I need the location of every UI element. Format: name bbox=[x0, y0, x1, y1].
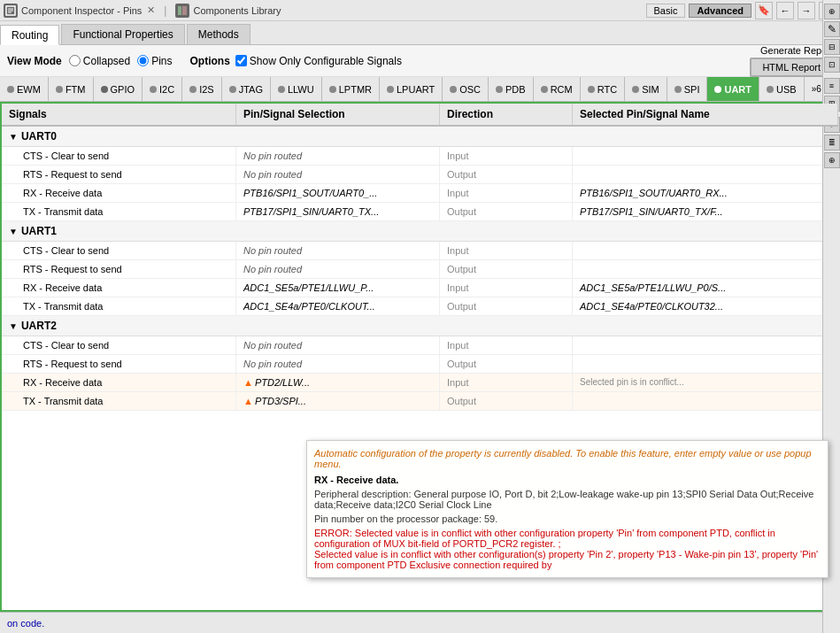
signal-tab-rcm[interactable]: RCM bbox=[534, 77, 581, 102]
pin-cts1[interactable]: No pin routed bbox=[236, 242, 440, 259]
bookmark-button[interactable]: 🔖 bbox=[755, 2, 773, 19]
table-row: TX - Transmit data PTB17/SPI1_SIN/UART0_… bbox=[2, 203, 838, 221]
signal-tab-ewm[interactable]: EWM bbox=[0, 77, 49, 102]
pins-radio[interactable]: Pins bbox=[137, 55, 172, 67]
sel-tx0: PTB17/SPI1_SIN/UART0_TX/F... bbox=[573, 203, 838, 220]
table-row: RTS - Request to send No pin routed Outp… bbox=[2, 260, 838, 279]
lib-title: Components Library bbox=[193, 5, 281, 16]
signal-tab-lpuart[interactable]: LPUART bbox=[380, 77, 443, 102]
sidebar-btn-3[interactable]: ⊟ bbox=[824, 39, 840, 55]
signal-rts1: RTS - Request to send bbox=[2, 260, 236, 278]
signal-tab-ftm[interactable]: FTM bbox=[49, 77, 94, 102]
sel-tx1: ADC1_SE4a/PTE0/CLKOUT32... bbox=[573, 297, 838, 315]
table-header: Signals Pin/Signal Selection Direction S… bbox=[2, 104, 838, 127]
tab-bar: Routing Functional Properties Methods bbox=[0, 21, 840, 45]
dir-rts2: Output bbox=[440, 355, 573, 373]
sel-cts0 bbox=[573, 147, 838, 165]
tab-functional-properties[interactable]: Functional Properties bbox=[61, 24, 184, 44]
sel-rts0 bbox=[573, 166, 838, 183]
sel-tx2 bbox=[573, 392, 838, 410]
title-bar: Component Inspector - Pins ✕ | Component… bbox=[0, 0, 840, 21]
sel-rts2 bbox=[573, 355, 838, 373]
pin-cts0[interactable]: No pin routed bbox=[236, 147, 440, 165]
signal-tab-osc[interactable]: OSC bbox=[443, 77, 489, 102]
pin-rx1[interactable]: ADC1_SE5a/PTE1/LLWU_P... bbox=[236, 279, 440, 297]
dir-cts1: Input bbox=[440, 242, 573, 259]
title-close[interactable]: ✕ bbox=[147, 4, 155, 16]
signal-tab-usb[interactable]: USB bbox=[759, 77, 805, 102]
tab-methods[interactable]: Methods bbox=[187, 24, 250, 44]
signal-tab-i2c[interactable]: I2C bbox=[143, 77, 182, 102]
table-row: CTS - Clear to send No pin routed Input bbox=[2, 147, 838, 166]
table-row: TX - Transmit data ▲ PTD3/SPI... Output bbox=[2, 392, 838, 411]
pin-rts1[interactable]: No pin routed bbox=[236, 260, 440, 278]
signal-rx0: RX - Receive data bbox=[2, 184, 236, 202]
signal-tab-pdb[interactable]: PDB bbox=[489, 77, 534, 102]
back-button[interactable]: ← bbox=[776, 2, 794, 19]
signal-tab-i2s[interactable]: I2S bbox=[182, 77, 222, 102]
sel-rts1 bbox=[573, 260, 838, 278]
signal-tx0: TX - Transmit data bbox=[2, 203, 236, 220]
col-selected-name: Selected Pin/Signal Name bbox=[573, 104, 838, 125]
sidebar-btn-9[interactable]: ⊕ bbox=[824, 152, 840, 168]
col-signals: Signals bbox=[2, 104, 236, 125]
sel-rx0: PTB16/SPI1_SOUT/UART0_RX... bbox=[573, 184, 838, 202]
signal-tab-gpio[interactable]: GPIO bbox=[94, 77, 143, 102]
dir-tx0: Output bbox=[440, 203, 573, 220]
table-row: RX - Receive data ▲ PTD2/LLW... Input Se… bbox=[2, 374, 838, 392]
signal-rts2: RTS - Request to send bbox=[2, 355, 236, 373]
pin-rts2[interactable]: No pin routed bbox=[236, 355, 440, 373]
signal-tx1: TX - Transmit data bbox=[2, 297, 236, 315]
basic-button[interactable]: Basic bbox=[646, 4, 686, 18]
uart0-arrow: ▼ bbox=[9, 132, 18, 142]
pin-tx0[interactable]: PTB17/SPI1_SIN/UART0_TX... bbox=[236, 203, 440, 220]
sidebar-btn-2[interactable]: ✎ bbox=[824, 21, 840, 37]
pin-rts0[interactable]: No pin routed bbox=[236, 166, 440, 183]
pin-cts2[interactable]: No pin routed bbox=[236, 336, 440, 354]
warning-icon: ▲ bbox=[243, 377, 253, 388]
signal-tab-rtc[interactable]: RTC bbox=[581, 77, 625, 102]
sel-cts1 bbox=[573, 242, 838, 259]
col-pin-selection: Pin/Signal Selection bbox=[236, 104, 440, 125]
tab-routing[interactable]: Routing bbox=[0, 25, 59, 45]
col-direction: Direction bbox=[440, 104, 573, 125]
dir-rx0: Input bbox=[440, 184, 573, 202]
signal-tab-sim[interactable]: SIM bbox=[625, 77, 667, 102]
sidebar-btn-5[interactable]: ≡ bbox=[824, 78, 840, 94]
pin-rx0[interactable]: PTB16/SPI1_SOUT/UART0_... bbox=[236, 184, 440, 202]
generate-report-section: Generate Report HTML Report bbox=[750, 45, 833, 77]
dir-rx1: Input bbox=[440, 279, 573, 297]
signal-tab-spi[interactable]: SPI bbox=[667, 77, 708, 102]
sidebar-btn-1[interactable]: ⊕ bbox=[824, 4, 840, 19]
table-row: RTS - Request to send No pin routed Outp… bbox=[2, 355, 838, 374]
sidebar-btn-8[interactable]: ≣ bbox=[824, 135, 840, 151]
pin-tx1[interactable]: ADC1_SE4a/PTE0/CLKOUT... bbox=[236, 297, 440, 315]
group-uart1[interactable]: ▼ UART1 bbox=[2, 221, 838, 242]
uart2-arrow: ▼ bbox=[9, 321, 18, 331]
uart1-arrow: ▼ bbox=[9, 227, 18, 236]
group-uart0[interactable]: ▼ UART0 bbox=[2, 127, 838, 147]
collapsed-radio[interactable]: Collapsed bbox=[69, 55, 130, 67]
pin-tx2[interactable]: ▲ PTD3/SPI... bbox=[236, 392, 440, 410]
pin-rx2[interactable]: ▲ PTD2/LLW... bbox=[236, 374, 440, 391]
signal-tab-uart[interactable]: UART bbox=[707, 77, 759, 102]
sel-cts2 bbox=[573, 336, 838, 354]
table-row: CTS - Clear to send No pin routed Input bbox=[2, 336, 838, 355]
advanced-button[interactable]: Advanced bbox=[689, 4, 751, 18]
forward-button[interactable]: → bbox=[798, 2, 815, 19]
signal-cts2: CTS - Clear to send bbox=[2, 336, 236, 354]
sidebar-btn-4[interactable]: ⊡ bbox=[824, 57, 840, 73]
tooltip-warning: Automatic configuration of the property … bbox=[314, 448, 821, 469]
app-icon bbox=[4, 4, 18, 18]
signal-tab-jtag[interactable]: JTAG bbox=[222, 77, 271, 102]
html-report-button[interactable]: HTML Report bbox=[750, 58, 833, 77]
tooltip-label: RX - Receive data. bbox=[314, 475, 821, 485]
signal-tab-llwu[interactable]: LLWU bbox=[271, 77, 322, 102]
options-row: View Mode Collapsed Pins Options Show On… bbox=[0, 45, 840, 77]
show-configurable-checkbox[interactable]: Show Only Configurable Signals bbox=[235, 55, 402, 67]
view-mode-label: View Mode bbox=[7, 55, 62, 67]
signal-tab-lptmr[interactable]: LPTMR bbox=[322, 77, 380, 102]
signal-cts0: CTS - Clear to send bbox=[2, 147, 236, 165]
group-uart2[interactable]: ▼ UART2 bbox=[2, 316, 838, 336]
signal-tx2: TX - Transmit data bbox=[2, 392, 236, 410]
